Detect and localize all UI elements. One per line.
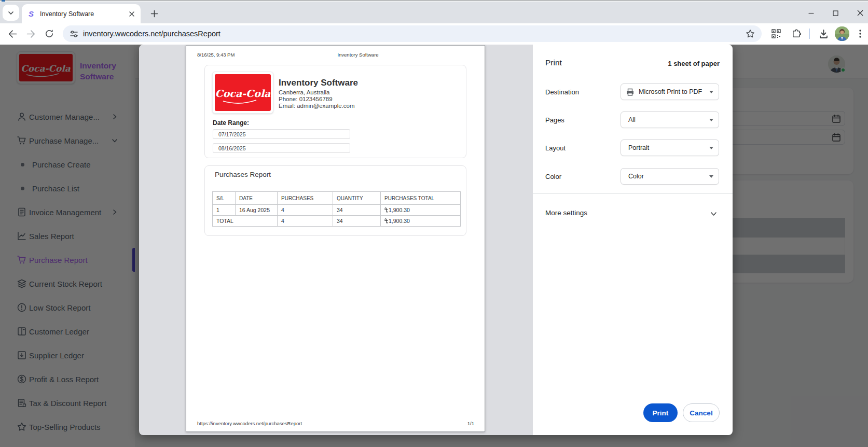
maximize-button[interactable] [823, 3, 848, 23]
date-to-field: 08/16/2025 [213, 143, 350, 153]
color-value: Color [628, 173, 644, 180]
tab-favicon-icon: S [27, 10, 35, 18]
company-phone: Phone: 0123456789 [279, 96, 333, 102]
browser-menu-button[interactable] [852, 25, 868, 42]
print-footer-page-number: 1/1 [467, 421, 474, 426]
pages-label: Pages [545, 116, 564, 124]
coca-cola-logo: Coca-Cola [215, 74, 271, 111]
cell-total-label: TOTAL [213, 216, 278, 227]
destination-value: Microsoft Print to PDF [639, 88, 702, 95]
print-preview-area: 8/16/25, 9:43 PM Inventory Software Coca… [139, 45, 533, 435]
profile-photo [835, 26, 849, 41]
company-address: Canberra, Australia [279, 89, 329, 95]
puzzle-icon [792, 29, 802, 39]
window-controls [799, 3, 868, 24]
color-select[interactable]: Color [621, 168, 719, 185]
reload-button[interactable] [41, 25, 58, 42]
date-from-field: 07/17/2025 [213, 129, 350, 139]
company-email: Email: admin@example.com [279, 103, 355, 109]
taka-currency-icon [384, 207, 388, 213]
forward-button[interactable] [22, 25, 39, 42]
site-settings-button[interactable] [66, 26, 81, 41]
profile-avatar[interactable] [835, 26, 849, 41]
printer-icon [626, 88, 635, 96]
downloads-button[interactable] [815, 25, 832, 42]
qr-code-icon [771, 29, 781, 38]
more-settings-button[interactable]: More settings [545, 209, 587, 217]
print-header-datetime: 8/16/25, 9:43 PM [197, 52, 235, 58]
svg-text:Coca-Cola: Coca-Cola [215, 88, 271, 99]
forward-arrow-icon [26, 29, 36, 39]
cell-quantity: 34 [333, 205, 381, 216]
cell-date: 16 Aug 2025 [236, 205, 278, 216]
destination-select[interactable]: Microsoft Print to PDF [621, 83, 719, 100]
tune-icon [70, 30, 78, 38]
window-border-line [0, 1, 868, 1]
download-icon [819, 29, 829, 39]
company-name: Inventory Software [279, 78, 358, 88]
web-page: Coca-Cola Inventory Software Customer Ma… [0, 45, 868, 447]
url-text[interactable]: inventory.wwcoders.net/purchasesReport [83, 30, 742, 38]
browser-tab[interactable]: S Inventory Software [22, 4, 141, 23]
back-arrow-icon [8, 29, 18, 39]
window-top-edge [0, 0, 868, 2]
tab-title: Inventory Software [40, 10, 128, 18]
cell-purchases-total: 1,900.30 [381, 205, 461, 216]
pages-select[interactable]: All [621, 111, 719, 128]
chevron-down-icon [7, 9, 15, 17]
plus-icon [150, 10, 158, 18]
minimize-button[interactable] [799, 3, 823, 23]
purchases-table: S/L DATE PURCHASES QUANTITY PURCHASES TO… [212, 191, 461, 227]
kebab-menu-icon [859, 30, 861, 38]
pages-value: All [628, 116, 636, 123]
print-button[interactable]: Print [643, 403, 678, 422]
print-preview-sheet: 8/16/25, 9:43 PM Inventory Software Coca… [186, 45, 485, 432]
reload-icon [45, 29, 54, 38]
document-company-card: Coca-Cola Inventory Software Canberra, A… [204, 65, 466, 158]
close-window-button[interactable] [848, 3, 868, 23]
extensions-button[interactable] [788, 25, 805, 42]
tab-close-icon[interactable] [128, 10, 136, 18]
document-report-card: Purchases Report S/L DATE PURCHASES QUAN… [204, 165, 466, 236]
date-range-label: Date Range: [213, 119, 249, 127]
dropdown-caret-icon [709, 175, 713, 178]
table-header-row: S/L DATE PURCHASES QUANTITY PURCHASES TO… [213, 192, 461, 205]
amount-text: 1,900.30 [389, 207, 410, 213]
star-icon [746, 29, 755, 38]
cell-total-purchases-total: 1,900.30 [381, 216, 461, 227]
browser-toolbar: inventory.wwcoders.net/purchasesReport [0, 23, 868, 45]
layout-label: Layout [545, 144, 566, 152]
col-header-date: DATE [236, 192, 278, 205]
print-preview-modal: 8/16/25, 9:43 PM Inventory Software Coca… [139, 45, 733, 435]
address-bar[interactable]: inventory.wwcoders.net/purchasesReport [63, 25, 762, 42]
cell-purchases: 4 [278, 205, 333, 216]
col-header-purchases: PURCHASES [278, 192, 333, 205]
tab-strip: S Inventory Software [0, 2, 868, 23]
table-total-row: TOTAL 4 34 1,900.30 [213, 216, 461, 227]
bookmark-button[interactable] [742, 25, 759, 42]
window-corner-accent [2, 0, 5, 2]
print-settings-panel: Print 1 sheet of paper Destination Micro… [533, 45, 733, 435]
col-header-sl: S/L [213, 192, 236, 205]
dropdown-caret-icon [709, 119, 713, 121]
document-logo-frame: Coca-Cola [212, 72, 273, 114]
back-button[interactable] [4, 25, 21, 42]
print-dialog-title: Print [545, 58, 562, 67]
table-row: 1 16 Aug 2025 4 34 1,900.30 [213, 205, 461, 216]
col-header-quantity: QUANTITY [333, 192, 381, 205]
tab-search-button[interactable] [3, 5, 19, 21]
toolbar-separator [809, 29, 810, 39]
new-tab-button[interactable] [147, 6, 161, 21]
cell-sl: 1 [213, 205, 236, 216]
report-title: Purchases Report [215, 171, 271, 178]
amount-text: 1,900.30 [389, 218, 410, 224]
sheet-count-label: 1 sheet of paper [668, 60, 720, 67]
cancel-button[interactable]: Cancel [683, 403, 720, 422]
dropdown-caret-icon [709, 147, 713, 149]
settings-divider [533, 193, 733, 194]
print-footer-url: https://inventory.wwcoders.net/purchases… [197, 421, 302, 426]
qr-code-button[interactable] [768, 25, 784, 42]
layout-select[interactable]: Portrait [621, 139, 719, 156]
chevron-down-icon [710, 210, 718, 218]
layout-value: Portrait [628, 144, 649, 151]
